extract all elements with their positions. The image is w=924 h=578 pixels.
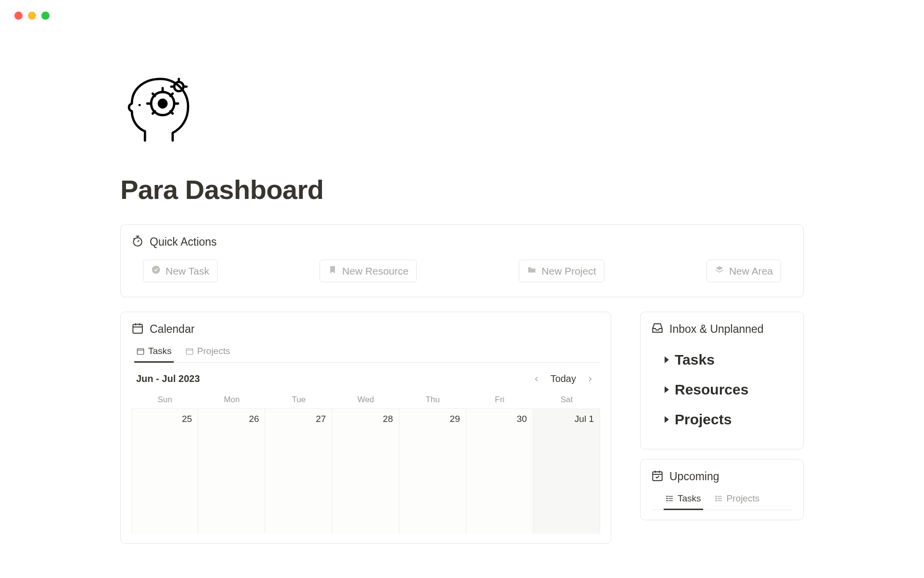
new-area-button[interactable]: New Area <box>706 260 781 282</box>
stopwatch-icon <box>131 235 144 249</box>
svg-line-14 <box>138 240 139 242</box>
dashboard-logo <box>120 73 197 150</box>
svg-line-5 <box>170 93 173 96</box>
check-circle-icon <box>151 265 161 277</box>
triangle-right-icon <box>665 416 669 423</box>
tab-tasks[interactable]: Tasks <box>134 342 174 363</box>
day-header: Tue <box>265 392 332 408</box>
svg-rect-33 <box>653 472 662 480</box>
inbox-item-label: Resources <box>675 381 748 398</box>
upcoming-heading: Upcoming <box>669 470 719 483</box>
calendar-grid: 25 26 27 28 29 30 Jul 1 <box>131 408 600 534</box>
folder-icon <box>527 265 537 277</box>
triangle-right-icon <box>665 386 669 393</box>
calendar-icon <box>131 322 144 336</box>
calendar-cell[interactable]: 26 <box>198 408 265 534</box>
calendar-card: Calendar Tasks Projects Jun - Jul 2023 <box>120 312 611 544</box>
tab-projects[interactable]: Projects <box>183 342 232 363</box>
svg-line-7 <box>170 111 173 114</box>
upcoming-tabs: Tasks Projects <box>651 489 793 510</box>
page-title: Para Dashboard <box>120 174 804 205</box>
new-resource-button[interactable]: New Resource <box>320 260 417 282</box>
svg-point-46 <box>716 496 717 497</box>
svg-line-6 <box>153 93 155 96</box>
svg-point-12 <box>139 104 141 106</box>
day-header: Sun <box>131 392 198 408</box>
calendar-cell[interactable]: 28 <box>332 408 399 534</box>
new-project-button[interactable]: New Project <box>519 260 604 282</box>
svg-point-41 <box>667 498 667 499</box>
button-label: New Area <box>729 265 773 277</box>
new-task-button[interactable]: New Task <box>143 260 218 282</box>
button-label: New Task <box>166 265 209 277</box>
calendar-heading: Calendar <box>150 323 194 336</box>
svg-point-48 <box>716 500 717 501</box>
svg-rect-31 <box>186 349 193 355</box>
layers-icon <box>715 265 724 277</box>
calendar-cell[interactable]: 30 <box>466 408 533 534</box>
calendar-cell[interactable]: 29 <box>399 408 466 534</box>
svg-rect-19 <box>133 324 142 333</box>
calendar-cell[interactable]: Jul 1 <box>533 408 600 534</box>
svg-point-18 <box>152 266 160 274</box>
inbox-icon <box>651 322 664 336</box>
inbox-item-tasks[interactable]: Tasks <box>665 345 793 375</box>
maximize-window-button[interactable] <box>41 12 50 20</box>
tab-label: Tasks <box>678 493 701 504</box>
tab-label: Projects <box>727 493 760 504</box>
calendar-range-label: Jun - Jul 2023 <box>136 373 200 384</box>
day-header: Sat <box>533 392 600 408</box>
triangle-right-icon <box>665 356 669 363</box>
svg-line-17 <box>133 238 134 239</box>
upcoming-tab-projects[interactable]: Projects <box>713 489 762 510</box>
svg-point-47 <box>716 498 717 499</box>
inbox-item-label: Tasks <box>675 352 715 368</box>
svg-point-40 <box>667 496 667 497</box>
calendar-cell[interactable]: 25 <box>131 408 198 534</box>
inbox-item-projects[interactable]: Projects <box>665 405 793 434</box>
inbox-heading: Inbox & Unplanned <box>669 323 764 336</box>
day-header: Mon <box>198 392 265 408</box>
quick-actions-heading: Quick Actions <box>150 236 217 249</box>
window-controls <box>0 0 924 20</box>
tab-label: Tasks <box>148 346 172 356</box>
button-label: New Project <box>541 265 596 277</box>
calendar-tabs: Tasks Projects <box>131 342 600 363</box>
upcoming-tab-tasks[interactable]: Tasks <box>664 489 703 510</box>
minimize-window-button[interactable] <box>28 12 36 20</box>
day-header: Thu <box>399 392 466 408</box>
svg-point-1 <box>159 100 167 107</box>
inbox-item-resources[interactable]: Resources <box>665 375 793 405</box>
calendar-next-button[interactable] <box>585 374 595 384</box>
tab-label: Projects <box>197 346 231 356</box>
day-header: Fri <box>466 392 533 408</box>
svg-line-8 <box>153 111 155 114</box>
inbox-card: Inbox & Unplanned Tasks Resources Projec… <box>640 312 804 449</box>
day-header: Wed <box>332 392 399 408</box>
calendar-day-headers: Sun Mon Tue Wed Thu Fri Sat <box>131 392 600 408</box>
close-window-button[interactable] <box>14 12 23 20</box>
quick-actions-card: Quick Actions New Task New Resource New … <box>120 224 804 297</box>
inbox-item-label: Projects <box>675 411 732 428</box>
svg-rect-29 <box>137 349 144 355</box>
calendar-prev-button[interactable] <box>531 374 542 384</box>
button-label: New Resource <box>342 265 409 277</box>
calendar-today-button[interactable]: Today <box>549 371 578 386</box>
calendar-check-icon <box>651 469 664 484</box>
bookmark-icon <box>328 265 337 277</box>
upcoming-card: Upcoming Tasks Projects <box>640 459 804 520</box>
svg-point-42 <box>667 500 667 501</box>
calendar-cell[interactable]: 27 <box>265 408 332 534</box>
